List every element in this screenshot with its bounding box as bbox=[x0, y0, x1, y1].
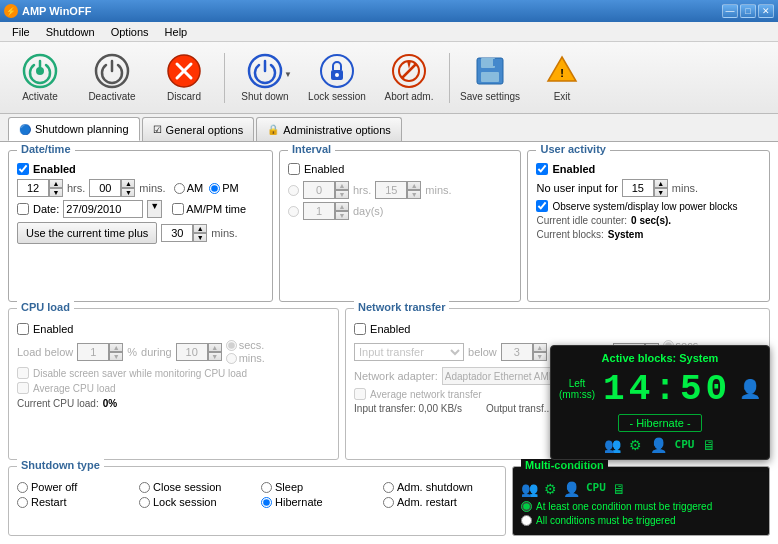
minutes-down[interactable]: ▼ bbox=[121, 188, 135, 197]
plus-down[interactable]: ▼ bbox=[193, 233, 207, 242]
adm-shutdown-radio[interactable] bbox=[383, 482, 394, 493]
date-label: Date: bbox=[33, 203, 59, 215]
network-enabled-checkbox[interactable] bbox=[354, 323, 366, 335]
close-button[interactable]: ✕ bbox=[758, 4, 774, 18]
close-session-option[interactable]: Close session bbox=[139, 481, 253, 493]
plus-up[interactable]: ▲ bbox=[193, 224, 207, 233]
adm-shutdown-option[interactable]: Adm. shutdown bbox=[383, 481, 497, 493]
cpu-enabled-checkbox[interactable] bbox=[17, 323, 29, 335]
tab-general-options[interactable]: ☑ General options bbox=[142, 117, 255, 141]
hours-down[interactable]: ▼ bbox=[49, 188, 63, 197]
lock-session-type-radio[interactable] bbox=[139, 497, 150, 508]
activate-label: Activate bbox=[22, 91, 58, 102]
tab-shutdown-planning[interactable]: 🔵 Shutdown planning bbox=[8, 117, 140, 141]
am-radio[interactable] bbox=[174, 183, 185, 194]
discard-button[interactable]: Discard bbox=[150, 47, 218, 109]
hours-up[interactable]: ▲ bbox=[49, 179, 63, 188]
clock-user-icon: 👤 bbox=[739, 378, 761, 400]
menu-file[interactable]: File bbox=[4, 24, 38, 40]
disable-screensaver-label: Disable screen saver while monitoring CP… bbox=[33, 368, 247, 379]
lock-session-option[interactable]: Lock session bbox=[139, 496, 253, 508]
exit-button[interactable]: ! Exit bbox=[528, 47, 596, 109]
clock-icon-user: 👤 bbox=[650, 437, 667, 453]
tab-admin-options[interactable]: 🔒 Administrative options bbox=[256, 117, 402, 141]
clock-icon-monitor: 🖥 bbox=[702, 437, 716, 453]
mc-icon-group: 👥 bbox=[521, 481, 538, 497]
mc-icon-monitor: 🖥 bbox=[612, 481, 626, 497]
tab-general-label: General options bbox=[166, 124, 244, 136]
power-off-option[interactable]: Power off bbox=[17, 481, 131, 493]
hibernate-option[interactable]: Hibernate bbox=[261, 496, 375, 508]
svg-rect-16 bbox=[493, 59, 496, 66]
use-time-button[interactable]: Use the current time plus bbox=[17, 222, 157, 244]
observe-checkbox[interactable] bbox=[536, 200, 548, 212]
minutes-up[interactable]: ▲ bbox=[121, 179, 135, 188]
top-panels: Date/time Enabled ▲ ▼ hrs. ▲ bbox=[8, 150, 770, 302]
svg-rect-14 bbox=[481, 58, 495, 68]
user-mins-input[interactable] bbox=[622, 179, 654, 197]
restart-option[interactable]: Restart bbox=[17, 496, 131, 508]
multicond-atleast-radio[interactable] bbox=[521, 501, 532, 512]
multicond-option-1[interactable]: At least one condition must be triggered bbox=[521, 501, 761, 512]
minimize-button[interactable]: — bbox=[722, 4, 738, 18]
minutes-spinbox[interactable]: ▲ ▼ bbox=[89, 179, 135, 197]
power-off-label: Power off bbox=[31, 481, 77, 493]
date-enabled-checkbox[interactable] bbox=[17, 203, 29, 215]
hours-spinbox[interactable]: ▲ ▼ bbox=[17, 179, 63, 197]
minutes-input[interactable] bbox=[89, 179, 121, 197]
multicond-all-radio[interactable] bbox=[521, 515, 532, 526]
plus-input[interactable] bbox=[161, 224, 193, 242]
save-button[interactable]: Save settings bbox=[456, 47, 524, 109]
interval-enabled-checkbox[interactable] bbox=[288, 163, 300, 175]
abort-button[interactable]: Abort adm. bbox=[375, 47, 443, 109]
user-mins-up[interactable]: ▲ bbox=[654, 179, 668, 188]
maximize-button[interactable]: □ bbox=[740, 4, 756, 18]
cpu-load-input bbox=[77, 343, 109, 361]
user-mins-spinbox[interactable]: ▲ ▼ bbox=[622, 179, 668, 197]
int-hours-up: ▲ bbox=[335, 181, 349, 190]
hibernate-radio[interactable] bbox=[261, 497, 272, 508]
sleep-radio[interactable] bbox=[261, 482, 272, 493]
lock-label: Lock session bbox=[308, 91, 366, 102]
current-blocks-label: Current blocks: bbox=[536, 229, 603, 240]
user-mins-down[interactable]: ▼ bbox=[654, 188, 668, 197]
date-input[interactable] bbox=[63, 200, 143, 218]
pm-radio[interactable] bbox=[209, 183, 220, 194]
int-days-label: day(s) bbox=[353, 205, 384, 217]
interval-days-radio[interactable] bbox=[288, 206, 299, 217]
ampm-time-checkbox[interactable] bbox=[172, 203, 184, 215]
input-transfer-select: Input transfer bbox=[354, 343, 464, 361]
adm-restart-option[interactable]: Adm. restart bbox=[383, 496, 497, 508]
toolbar: Activate Deactivate Discard bbox=[0, 42, 778, 114]
user-activity-enabled-checkbox[interactable] bbox=[536, 163, 548, 175]
adm-restart-radio[interactable] bbox=[383, 497, 394, 508]
sleep-option[interactable]: Sleep bbox=[261, 481, 375, 493]
interval-hm-radio[interactable] bbox=[288, 185, 299, 196]
power-off-radio[interactable] bbox=[17, 482, 28, 493]
multicond-option-2[interactable]: All conditions must be triggered bbox=[521, 515, 761, 526]
deactivate-button[interactable]: Deactivate bbox=[78, 47, 146, 109]
menu-shutdown[interactable]: Shutdown bbox=[38, 24, 103, 40]
clock-active-blocks: Active blocks: System bbox=[559, 352, 761, 364]
interval-enabled-label: Enabled bbox=[304, 163, 344, 175]
interval-title: Interval bbox=[288, 143, 335, 155]
svg-point-9 bbox=[335, 73, 339, 77]
window-controls: — □ ✕ bbox=[722, 4, 774, 18]
shutdown-button[interactable]: Shut down ▼ bbox=[231, 47, 299, 109]
cpu-secs-label: secs. bbox=[239, 339, 265, 351]
restart-radio[interactable] bbox=[17, 497, 28, 508]
abort-label: Abort adm. bbox=[385, 91, 434, 102]
date-dropdown[interactable]: ▼ bbox=[147, 200, 162, 218]
hours-input[interactable] bbox=[17, 179, 49, 197]
plus-spinbox[interactable]: ▲ ▼ bbox=[161, 224, 207, 242]
average-cpu-label: Average CPU load bbox=[33, 383, 116, 394]
menu-options[interactable]: Options bbox=[103, 24, 157, 40]
plus-mins-label: mins. bbox=[211, 227, 237, 239]
net-below-input bbox=[501, 343, 533, 361]
datetime-enabled-checkbox[interactable] bbox=[17, 163, 29, 175]
activate-button[interactable]: Activate bbox=[6, 47, 74, 109]
menu-help[interactable]: Help bbox=[157, 24, 196, 40]
lock-button[interactable]: Lock session bbox=[303, 47, 371, 109]
adm-restart-label: Adm. restart bbox=[397, 496, 457, 508]
close-session-radio[interactable] bbox=[139, 482, 150, 493]
